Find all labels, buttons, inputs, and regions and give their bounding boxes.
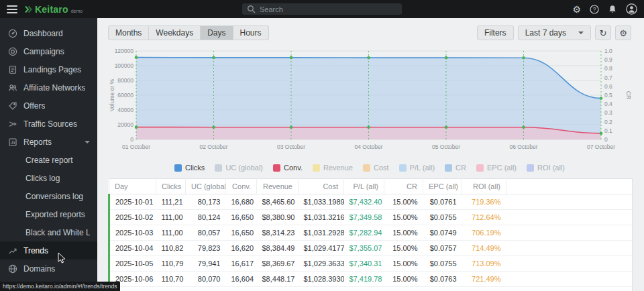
period-tab-months[interactable]: Months — [108, 25, 149, 40]
cell-cost — [299, 287, 344, 291]
filters-button[interactable]: Filters — [477, 25, 514, 40]
cell-revenue — [257, 287, 299, 291]
legend-item-p-l-all-[interactable]: P/L (all) — [399, 164, 435, 172]
cell-epc-all-: $0.0761 — [423, 194, 462, 210]
svg-text:Volume or %: Volume or % — [109, 78, 115, 111]
legend-swatch — [313, 164, 320, 172]
cell-uc-global-: 80,057 — [186, 225, 226, 241]
sidebar-item-clicks-log[interactable]: Clicks log — [0, 169, 97, 187]
brand-edition-label: demo — [71, 9, 83, 13]
cell-cost: $1,033.1989 — [299, 194, 344, 210]
legend-item-cr[interactable]: CR — [445, 164, 466, 172]
column-header-revenue[interactable]: Revenue — [257, 179, 299, 194]
global-search[interactable] — [242, 3, 402, 15]
notifications-bell-icon[interactable] — [608, 5, 617, 13]
sidebar-item-exported-reports[interactable]: Exported reports — [0, 205, 97, 223]
refresh-button[interactable]: ↻ — [595, 25, 611, 40]
column-header-uc-global-[interactable]: UC (global) — [186, 179, 226, 194]
brand-name: Keitaro — [35, 4, 68, 15]
column-header-cost[interactable]: Cost — [299, 179, 344, 194]
refresh-icon: ↻ — [600, 28, 607, 38]
cell-revenue: $8,384.49 — [257, 241, 299, 256]
legend-item-cost[interactable]: Cost — [363, 164, 389, 172]
sidebar-item-landings-pages[interactable]: Landings Pages — [0, 60, 97, 78]
cell-p-l-all-: $7,419.78 — [344, 272, 384, 287]
cell-epc-all-: $0.0749 — [423, 225, 462, 241]
column-header-cr[interactable]: CR — [384, 179, 423, 194]
column-header-epc-all-[interactable]: EPC (all) — [423, 179, 462, 194]
brand-logo[interactable]: Keitaro demo — [24, 4, 83, 15]
cell-cr: 15.00% — [384, 210, 423, 225]
legend-swatch — [445, 164, 452, 172]
trends-chart[interactable]: 0200004000060000800001000001200001.00.90… — [108, 44, 631, 161]
column-header-filler — [506, 179, 633, 194]
sidebar-item-offers[interactable]: Offers — [0, 97, 97, 115]
legend-item-roi-all-[interactable]: ROI (all) — [527, 164, 565, 172]
sidebar-item-black-and-white-lists[interactable]: Black and White Lists — [0, 223, 97, 241]
table-row: 2025-10-07 — [109, 287, 633, 291]
chart-settings-button[interactable]: ⚙ — [615, 25, 631, 40]
svg-text:100000: 100000 — [115, 62, 134, 69]
svg-text:20000: 20000 — [117, 121, 133, 128]
svg-text:03 October: 03 October — [277, 143, 305, 150]
search-input[interactable] — [260, 5, 397, 13]
chevron-down-icon — [578, 32, 584, 34]
sidebar-item-create-report[interactable]: Create report — [0, 151, 97, 169]
column-header-conv-[interactable]: Conv. — [226, 179, 257, 194]
cell-epc-all- — [423, 287, 462, 291]
legend-swatch — [476, 164, 484, 172]
sidebar-item-label: Create report — [25, 156, 73, 165]
column-header-clicks[interactable]: Clicks — [156, 179, 186, 194]
legend-swatch — [174, 164, 182, 172]
svg-text:0.8: 0.8 — [604, 65, 612, 72]
legend-swatch — [273, 164, 280, 172]
column-header-p-l-all-[interactable]: P/L (all) — [344, 179, 384, 194]
cell-conv-: 16,650 — [226, 210, 257, 225]
sidebar-item-traffic-sources[interactable]: Traffic Sources — [0, 115, 97, 133]
column-header-day[interactable]: Day — [109, 179, 156, 194]
cell-revenue: $8,465.60 — [257, 194, 299, 210]
sidebar-item-dashboard[interactable]: Dashboard — [0, 24, 97, 42]
main-content: MonthsWeekdaysDaysHours Filters Last 7 d… — [97, 18, 644, 291]
svg-text:05 October: 05 October — [432, 143, 460, 150]
sidebar-item-label: Dashboard — [23, 29, 63, 38]
cell-roi-all-: 721.49% — [462, 272, 506, 287]
traffic-sources-icon — [7, 119, 17, 129]
domains-icon — [7, 264, 17, 274]
period-tab-hours[interactable]: Hours — [233, 25, 269, 40]
svg-text:0.1: 0.1 — [604, 127, 612, 134]
cell-roi-all-: 714.49% — [462, 241, 506, 256]
cell-clicks: 110,70 — [156, 272, 186, 287]
legend-item-revenue[interactable]: Revenue — [313, 164, 353, 172]
period-tab-days[interactable]: Days — [201, 25, 233, 40]
sidebar-item-campaigns[interactable]: Campaigns — [0, 42, 97, 60]
svg-text:01 October: 01 October — [122, 143, 150, 150]
sidebar-item-affiliate-networks[interactable]: Affiliate Networks — [0, 78, 97, 97]
user-avatar[interactable] — [626, 3, 637, 15]
sidebar-item-reports[interactable]: Reports — [0, 133, 97, 151]
legend-item-uc-global-[interactable]: UC (global) — [215, 164, 263, 172]
date-range-select[interactable]: Last 7 days — [518, 25, 591, 40]
sidebar-item-conversions-log[interactable]: Conversions log — [0, 187, 97, 205]
svg-text:0.5: 0.5 — [604, 92, 612, 99]
cell-conv-: 16,617 — [226, 256, 257, 272]
legend-item-epc-all-[interactable]: EPC (all) — [476, 164, 517, 172]
sidebar-item-domains[interactable]: Domains — [0, 259, 97, 278]
svg-text:120000: 120000 — [115, 48, 134, 54]
settings-gear-icon[interactable]: ⚙ — [572, 5, 581, 14]
cell-cost: $1,029.4177 — [299, 241, 344, 256]
menu-toggle-icon[interactable] — [7, 5, 17, 13]
cell-clicks: 110,79 — [156, 256, 186, 272]
column-header-roi-all-[interactable]: ROI (all) — [462, 179, 506, 194]
statusbar-url: https://demo.keitaro.io/admin/#!/trends/… — [0, 282, 120, 291]
period-tab-weekdays[interactable]: Weekdays — [149, 25, 201, 40]
legend-item-clicks[interactable]: Clicks — [174, 164, 205, 172]
help-icon[interactable]: ? — [590, 5, 599, 14]
cell-conv-: 16,650 — [226, 225, 257, 241]
cell-filler — [506, 256, 633, 272]
cell-epc-all-: $0.0755 — [423, 256, 462, 272]
legend-item-conv-[interactable]: Conv. — [273, 164, 303, 172]
cell-p-l-all-: $7,432.40 — [344, 194, 384, 210]
sidebar-item-trends[interactable]: Trends — [0, 241, 97, 259]
landings-pages-icon — [7, 64, 17, 74]
